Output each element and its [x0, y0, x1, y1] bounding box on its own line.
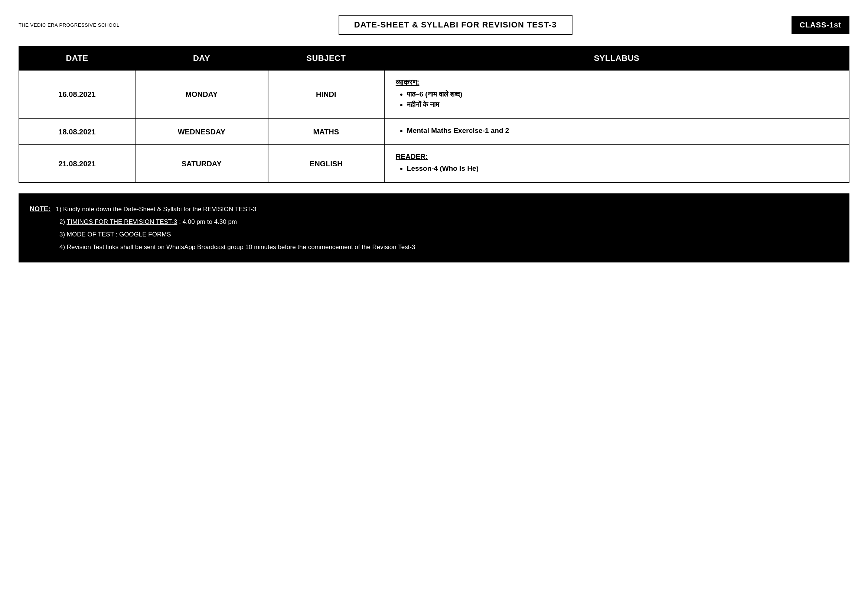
- col-header-subject: SUBJECT: [268, 47, 384, 70]
- page-header: THE VEDIC ERA PROGRESSIVE SCHOOL DATE-SH…: [19, 15, 849, 35]
- note-line-4: 4) Revision Test links shall be sent on …: [30, 241, 838, 254]
- syllabus-cell: READER: Lesson-4 (Who Is He): [384, 145, 849, 183]
- day-cell: WEDNESDAY: [135, 119, 268, 145]
- syllabus-list: पाठ–6 (नाम वाले शब्द) महीनों के नाम: [396, 90, 837, 109]
- note-label: NOTE:: [30, 205, 51, 213]
- class-label: CLASS-1st: [792, 16, 849, 34]
- syllabus-list: Lesson-4 (Who Is He): [396, 164, 837, 173]
- list-item: महीनों के नाम: [407, 101, 837, 109]
- list-item: पाठ–6 (नाम वाले शब्द): [407, 90, 837, 98]
- subject-cell: MATHS: [268, 119, 384, 145]
- main-title: DATE-SHEET & SYLLABI FOR REVISION TEST-3: [339, 15, 572, 35]
- date-cell: 16.08.2021: [19, 70, 135, 119]
- subject-cell: HINDI: [268, 70, 384, 119]
- syllabus-cell: व्याकरण: पाठ–6 (नाम वाले शब्द) महीनों के…: [384, 70, 849, 119]
- day-cell: MONDAY: [135, 70, 268, 119]
- list-item: Lesson-4 (Who Is He): [407, 164, 837, 173]
- col-header-date: DATE: [19, 47, 135, 70]
- date-sheet-table: DATE DAY SUBJECT SYLLABUS 16.08.2021 MON…: [19, 46, 849, 183]
- note-line-1: 1) Kindly note down the Date-Sheet & Syl…: [52, 206, 257, 213]
- col-header-syllabus: SYLLABUS: [384, 47, 849, 70]
- note-line-3: 3) MODE OF TEST : GOOGLE FORMS: [30, 228, 838, 241]
- table-header-row: DATE DAY SUBJECT SYLLABUS: [19, 47, 849, 70]
- note-section: NOTE: 1) Kindly note down the Date-Sheet…: [19, 194, 849, 262]
- table-row: 16.08.2021 MONDAY HINDI व्याकरण: पाठ–6 (…: [19, 70, 849, 119]
- list-item: Mental Maths Exercise-1 and 2: [407, 127, 837, 135]
- date-cell: 18.08.2021: [19, 119, 135, 145]
- col-header-day: DAY: [135, 47, 268, 70]
- syllabus-header: READER:: [396, 153, 837, 161]
- subject-cell: ENGLISH: [268, 145, 384, 183]
- day-cell: SATURDAY: [135, 145, 268, 183]
- note-line-2: 2) TIMINGS FOR THE REVISION TEST-3 : 4.0…: [30, 216, 838, 228]
- school-name: THE VEDIC ERA PROGRESSIVE SCHOOL: [19, 22, 119, 28]
- date-cell: 21.08.2021: [19, 145, 135, 183]
- table-row: 21.08.2021 SATURDAY ENGLISH READER: Less…: [19, 145, 849, 183]
- syllabus-list: Mental Maths Exercise-1 and 2: [396, 127, 837, 135]
- mode-label: MODE OF TEST: [67, 231, 114, 238]
- syllabus-cell: Mental Maths Exercise-1 and 2: [384, 119, 849, 145]
- table-row: 18.08.2021 WEDNESDAY MATHS Mental Maths …: [19, 119, 849, 145]
- timings-label: TIMINGS FOR THE REVISION TEST-3: [67, 218, 177, 225]
- syllabus-header: व्याकरण:: [396, 78, 837, 87]
